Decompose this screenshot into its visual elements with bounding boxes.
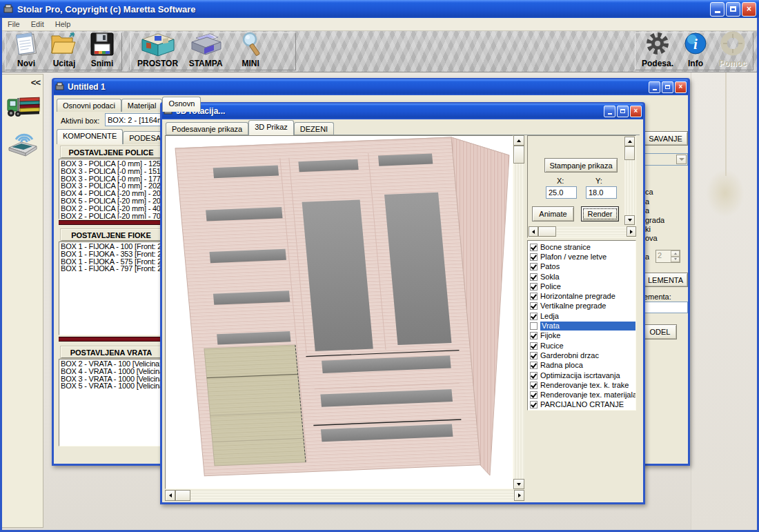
part-checkbox[interactable] — [530, 372, 538, 380]
part-checkbox[interactable] — [530, 283, 538, 290]
aktivni-box-label: Aktivni box: — [61, 117, 99, 125]
app-maximize-button[interactable] — [726, 2, 740, 17]
app-minimize-button[interactable] — [710, 2, 724, 17]
tab-3d-prikaz[interactable]: 3D Prikaz — [248, 120, 294, 135]
help-button[interactable]: Pomoc — [716, 30, 750, 68]
menu-help[interactable]: Help — [50, 19, 77, 30]
part-checkbox-row[interactable]: Horizontalne pregrade — [529, 291, 635, 301]
quantity-stepper[interactable]: 2 — [656, 250, 680, 263]
part-label: Renderovanje tex. materijala — [540, 391, 636, 400]
new-button[interactable]: Novi — [10, 30, 43, 68]
sidebar-collapse-button[interactable]: << — [31, 77, 40, 88]
police-header: POSTAVLJENE POLICE — [61, 146, 161, 158]
part-checkbox[interactable] — [530, 352, 538, 359]
open-folder-icon — [49, 31, 79, 59]
part-checkbox-row[interactable]: PARCIJALNO CRTANJE — [529, 400, 635, 410]
part-label: Ledja — [540, 312, 559, 321]
podesavanje-button-fragment[interactable]: SAVANJE — [644, 131, 688, 146]
tab-osnovni[interactable]: Osnovn — [162, 97, 201, 112]
part-checkbox[interactable] — [530, 302, 538, 310]
panel-vscrollbar[interactable] — [624, 137, 635, 225]
animate-button[interactable]: Animate — [532, 206, 574, 221]
part-checkbox-row[interactable]: Fijoke — [529, 331, 635, 341]
part-checkbox-row[interactable]: Optimizacija iscrtavanja — [529, 371, 635, 380]
part-checkbox[interactable] — [530, 253, 538, 261]
part-checkbox[interactable] — [530, 382, 538, 389]
document-close-button[interactable]: × — [675, 81, 687, 93]
document-minimize-button[interactable] — [649, 81, 660, 93]
police-list-item[interactable]: BOX 2 - POLICA [-20 mm] - 400 — [61, 205, 161, 213]
forklift-icon[interactable] — [6, 92, 41, 121]
save-button[interactable]: Snimi — [86, 30, 119, 68]
dialog-close-button[interactable]: × — [630, 106, 642, 117]
mini-button[interactable]: MINI — [231, 30, 270, 68]
subtab-komponente[interactable]: KOMPONENTE — [57, 129, 123, 144]
viewport-vscrollbar[interactable] — [513, 135, 524, 489]
part-checkbox-row[interactable]: Ledja — [529, 311, 635, 321]
disabled-combo-fragment[interactable] — [644, 153, 688, 166]
settings-button[interactable]: Podesa. — [640, 30, 676, 68]
police-list-item[interactable]: BOX 2 - POLICA [-20 mm] - 700 — [61, 213, 161, 219]
part-checkbox-row[interactable]: Vertikalne pregrade — [529, 302, 635, 311]
panel-hscrollbar[interactable] — [529, 226, 636, 237]
part-checkbox-row[interactable]: Patos — [529, 262, 635, 272]
part-checkbox-row[interactable]: Bocne stranice — [529, 242, 635, 252]
tab-osnovni-podaci[interactable]: Osnovni podaci — [57, 99, 121, 112]
police-list-item[interactable]: BOX 3 - POLICA [-0 mm] - 1514 — [61, 168, 161, 175]
document-maximize-button[interactable] — [662, 81, 673, 93]
document-tabs: Osnovni podaci Materijal Osnovn — [57, 97, 201, 112]
label-fragment: ca — [645, 188, 653, 196]
part-checkbox[interactable] — [530, 273, 538, 281]
y-rotation-input[interactable] — [586, 186, 617, 199]
part-checkbox[interactable] — [530, 342, 538, 350]
gear-icon — [642, 31, 673, 59]
part-checkbox-row[interactable]: Radna ploca — [529, 361, 635, 371]
scanner-icon[interactable] — [6, 126, 41, 157]
part-checkbox-row[interactable]: Police — [529, 282, 635, 291]
part-checkbox[interactable] — [530, 332, 538, 339]
element-name-input[interactable] — [642, 302, 688, 313]
viewport-hscrollbar[interactable] — [165, 490, 524, 501]
tab-materijal[interactable]: Materijal — [121, 99, 163, 112]
tab-dezeni[interactable]: DEZENI — [294, 122, 334, 135]
part-label: Fijoke — [540, 331, 560, 340]
elementa-button-fragment[interactable]: LEMENTA — [644, 273, 688, 287]
magnifier-icon — [233, 31, 268, 59]
fioke-list-item[interactable]: BOX 1 - FIJOKA - 797 [Front: 218] — [61, 265, 161, 273]
x-rotation-input[interactable] — [546, 186, 577, 199]
fioke-list-item[interactable]: BOX 1 - FIJOKA - 353 [Front: 218] — [61, 250, 161, 258]
part-checkbox[interactable] — [530, 293, 538, 300]
part-checkbox-row[interactable]: Renderovanje tex. k. trake — [529, 380, 635, 390]
tab-podesavanje-prikaza[interactable]: Podesavanje prikaza — [166, 122, 248, 135]
vrata-list-item[interactable]: BOX 4 - VRATA - 1000 [Velicina: — [61, 368, 161, 375]
part-checkbox-row[interactable]: Renderovanje tex. materijala — [529, 390, 635, 400]
elementa-label-fragment: ementa: — [644, 293, 671, 301]
stampa-button[interactable]: STAMPA — [184, 30, 227, 68]
open-button[interactable]: Ucitaj — [47, 30, 81, 68]
print-view-button[interactable]: Stampanje prikaza — [544, 158, 618, 173]
part-checkbox-row[interactable]: Vrata — [529, 321, 635, 331]
part-checkbox[interactable] — [530, 313, 538, 320]
menu-file[interactable]: File — [2, 19, 26, 30]
dialog-maximize-button[interactable] — [617, 106, 629, 117]
model-button-fragment[interactable]: ODEL — [644, 324, 677, 339]
part-checkbox[interactable] — [530, 322, 538, 330]
part-checkbox-row[interactable]: Plafon / vezne letve — [529, 252, 635, 262]
dialog-minimize-button[interactable] — [604, 106, 615, 117]
info-button[interactable]: i Info — [680, 30, 711, 68]
prostor-button[interactable]: PROSTOR — [135, 30, 180, 68]
part-checkbox-row[interactable]: Garderobni drzac — [529, 351, 635, 360]
app-close-button[interactable]: × — [742, 2, 756, 17]
part-checkbox[interactable] — [530, 401, 538, 408]
part-checkbox[interactable] — [530, 263, 538, 270]
viewport-3d[interactable] — [165, 135, 513, 489]
part-checkbox-row[interactable]: Rucice — [529, 341, 635, 351]
vrata-list-item[interactable]: BOX 5 - VRATA - 1000 [Velicina: — [61, 382, 161, 390]
part-checkbox[interactable] — [530, 244, 538, 251]
part-checkbox-row[interactable]: Sokla — [529, 272, 635, 282]
menu-edit[interactable]: Edit — [26, 19, 50, 30]
render-button[interactable]: Render — [581, 206, 619, 221]
part-checkbox[interactable] — [530, 391, 538, 399]
label-fragment: ki — [645, 225, 651, 233]
part-checkbox[interactable] — [530, 362, 538, 369]
